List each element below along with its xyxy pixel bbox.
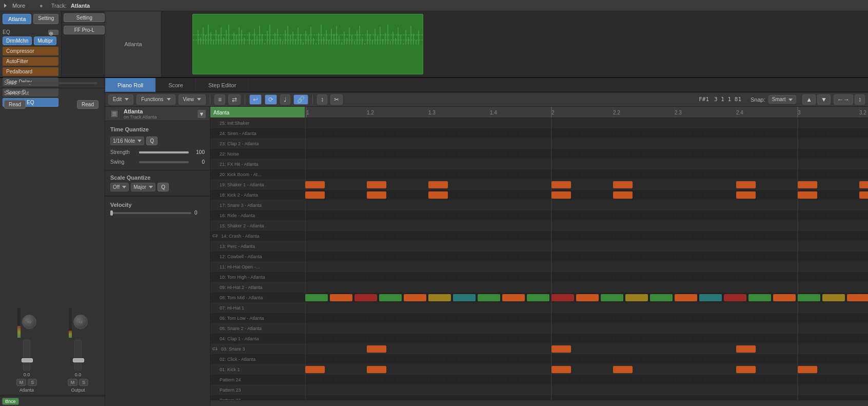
- key-row-r07: 07: Hi-Hat 1: [210, 303, 305, 313]
- knob-left[interactable]: +2: [22, 315, 36, 329]
- waveform-block[interactable]: [192, 14, 423, 74]
- svg-rect-240: [305, 294, 328, 301]
- svg-rect-279: [798, 366, 817, 373]
- level-meter-left: [17, 307, 21, 338]
- solo-left-btn[interactable]: S: [28, 379, 37, 386]
- mute-right-btn[interactable]: M: [68, 379, 78, 386]
- zoom-vert-btn[interactable]: ↕: [855, 94, 865, 105]
- ff-pro-l-btn[interactable]: FF Pro-L: [64, 26, 105, 34]
- link-btn[interactable]: ⊕: [48, 30, 58, 35]
- h-scrollbar[interactable]: [210, 400, 868, 406]
- row-label-r19: 19: Shaker 1 - Atlanta: [220, 182, 264, 187]
- loop-btn[interactable]: ⟳: [265, 94, 277, 105]
- zoom-in-btn[interactable]: ←→: [834, 94, 853, 105]
- piano-icon-btn[interactable]: ⇄: [228, 94, 241, 105]
- multipr-btn[interactable]: Multipr: [34, 36, 56, 45]
- svg-rect-226: [613, 181, 633, 188]
- svg-rect-250: [551, 294, 574, 301]
- scissors-btn[interactable]: ✂: [330, 94, 343, 105]
- c-marker-r14: C2: [212, 234, 220, 238]
- sq-major-select[interactable]: Major: [131, 183, 155, 191]
- fader-left[interactable]: [23, 340, 30, 371]
- down-btn[interactable]: ▼: [817, 94, 831, 105]
- link-notes-btn[interactable]: 🔗: [293, 94, 308, 105]
- quantize-select[interactable]: 1/16 Note: [110, 137, 144, 145]
- svg-rect-120: [305, 200, 868, 210]
- notes-grid-col[interactable]: [305, 118, 868, 400]
- snap-select[interactable]: Smart: [768, 95, 796, 104]
- compressor-btn[interactable]: Compressor: [3, 47, 58, 55]
- mute-left-btn[interactable]: M: [16, 379, 27, 386]
- knob-right[interactable]: +2: [73, 315, 88, 329]
- eq-label[interactable]: EQ: [3, 29, 10, 35]
- row-label-r22: 22: Noise: [220, 151, 239, 157]
- svg-text:2.2: 2.2: [613, 110, 620, 115]
- functions-btn[interactable]: Functions: [136, 94, 175, 105]
- sq-off-select[interactable]: Off: [110, 183, 129, 191]
- value-right: 0.0: [75, 372, 82, 377]
- list-icon-btn[interactable]: ≡: [214, 94, 225, 105]
- svg-rect-117: [305, 169, 868, 180]
- vel-icon-btn[interactable]: ↕: [317, 94, 327, 105]
- setting-right-btn[interactable]: Setting: [64, 13, 105, 22]
- row-label-r12: 12: Cowbell - Atlanta: [220, 254, 262, 259]
- region-header-bar[interactable]: Atlanta: [210, 107, 305, 118]
- svg-rect-121: [305, 210, 868, 221]
- play-from-btn[interactable]: ↩: [249, 94, 262, 105]
- svg-rect-246: [453, 294, 476, 301]
- svg-rect-262: [847, 294, 868, 301]
- key-row-p22: Pattern 22: [210, 395, 305, 400]
- svg-rect-270: [367, 345, 386, 353]
- svg-rect-228: [798, 181, 817, 188]
- sq-apply-btn[interactable]: Q: [157, 183, 169, 191]
- read-right-btn[interactable]: Read: [77, 100, 98, 109]
- step-editor-tab[interactable]: Step Editor: [196, 78, 249, 92]
- row-label-p23: Pattern 23: [220, 388, 241, 393]
- note-filter-btn[interactable]: ♩: [280, 94, 290, 105]
- atlanta-plugin-btn[interactable]: Atlanta: [3, 14, 31, 24]
- q-apply-btn[interactable]: Q: [146, 137, 157, 145]
- svg-rect-234: [551, 191, 571, 199]
- up-btn[interactable]: ▲: [802, 94, 816, 105]
- svg-rect-254: [650, 294, 673, 301]
- setting-btn[interactable]: Setting: [33, 14, 58, 24]
- key-row-r14: C214: Crash - Atlanta: [210, 231, 305, 241]
- pedalboard-btn[interactable]: Pedalboard: [3, 67, 58, 76]
- score-tab[interactable]: Score: [156, 78, 196, 92]
- svg-text:1.4: 1.4: [490, 110, 497, 115]
- vel-slider[interactable]: [110, 212, 191, 214]
- rows-area: 25: Init:Shaker24: Siren - Atlanta23: Cl…: [210, 118, 868, 400]
- solo-right-btn[interactable]: S: [79, 379, 88, 386]
- drm-btn[interactable]: DrmMchn: [3, 36, 32, 45]
- region-track: on Track Atlanta: [124, 114, 193, 120]
- bnce-btn[interactable]: Bnce: [2, 398, 19, 405]
- region-menu-btn[interactable]: ▼: [198, 110, 206, 118]
- row-label-r02: 02: Click - Atlanta: [220, 357, 255, 362]
- row-label-r17: 17: Snare 3 - Atlanta: [220, 203, 262, 208]
- sq-major-chevron: [149, 186, 153, 188]
- sep3: [312, 95, 313, 104]
- strength-slider[interactable]: [139, 151, 189, 153]
- swing-slider[interactable]: [139, 161, 189, 163]
- svg-rect-244: [404, 294, 426, 301]
- key-row-r12: 12: Cowbell - Atlanta: [210, 252, 305, 262]
- key-row-r20: 20: Kick Boom - At...: [210, 169, 305, 180]
- svg-rect-115: [305, 149, 868, 159]
- fader-right[interactable]: [74, 340, 82, 371]
- autofilter-btn[interactable]: AutoFilter: [3, 57, 58, 66]
- more-label[interactable]: More: [12, 3, 25, 9]
- functions-chevron: [167, 98, 171, 101]
- view-btn[interactable]: View: [179, 94, 206, 105]
- edit-btn[interactable]: Edit: [108, 94, 133, 105]
- read-left-btn[interactable]: Read: [4, 100, 26, 109]
- svg-rect-253: [625, 294, 648, 301]
- svg-text:2.4: 2.4: [736, 110, 743, 115]
- piano-roll-tab[interactable]: Piano Roll: [105, 78, 156, 92]
- row-label-r18: 18: Kick 2 - Atlanta: [220, 192, 258, 198]
- send-slider[interactable]: [19, 82, 97, 84]
- svg-rect-271: [551, 345, 571, 353]
- row-label-r16: 16: Ride - Atlanta: [220, 213, 255, 218]
- region-icon-btn[interactable]: [109, 109, 120, 119]
- top-bar: More ● Track: Atlanta: [0, 0, 868, 11]
- row-label-r15: 15: Shaker 2 - Atlanta: [220, 223, 264, 228]
